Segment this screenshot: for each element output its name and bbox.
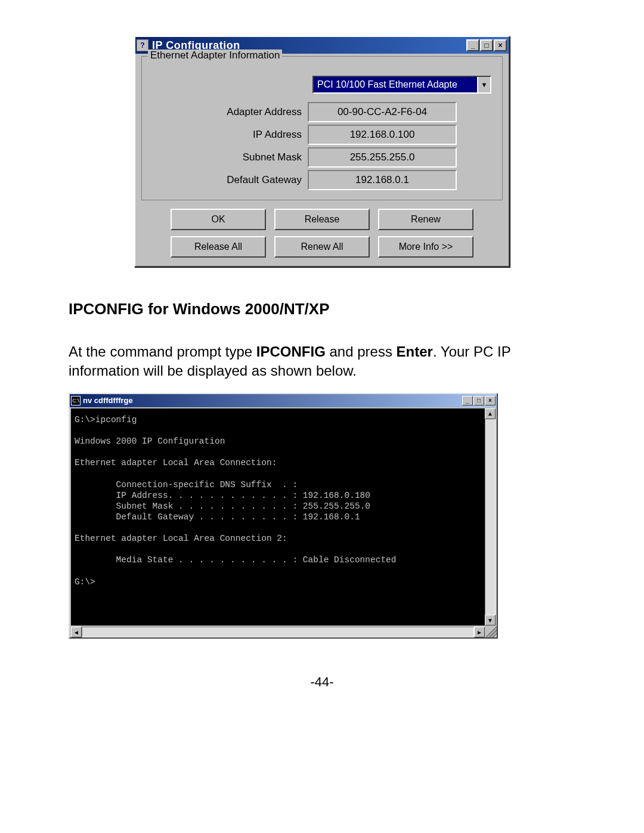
ip-address-label: IP Address (153, 129, 308, 141)
scroll-left-icon[interactable]: ◄ (71, 627, 82, 637)
cmd-title: nv cdffdfffrge (83, 396, 462, 405)
renew-all-button[interactable]: Renew All (274, 236, 370, 258)
maximize-button[interactable]: □ (480, 39, 493, 51)
adapter-address-value: 00-90-CC-A2-F6-04 (308, 102, 457, 122)
subnet-mask-value: 255.255.255.0 (308, 147, 457, 168)
para-frag-b: IPCONFIG (256, 343, 326, 360)
groupbox-legend: Ethernet Adapter Information (148, 49, 282, 61)
close-button[interactable]: × (494, 39, 507, 51)
ip-address-value: 192.168.0.100 (308, 125, 457, 145)
ethernet-adapter-groupbox: Ethernet Adapter Information PCI 10/100 … (141, 56, 503, 200)
default-gateway-label: Default Gateway (153, 174, 308, 186)
release-all-button[interactable]: Release All (171, 236, 266, 258)
renew-button[interactable]: Renew (378, 209, 473, 230)
hscroll-track[interactable] (82, 627, 474, 637)
minimize-button[interactable]: _ (466, 39, 479, 51)
adapter-address-label: Adapter Address (153, 106, 308, 118)
ip-configuration-window: ? IP Configuration _ □ × Ethernet Adapte… (134, 36, 510, 267)
section-heading: IPCONFIG for Windows 2000/NT/XP (69, 300, 575, 318)
cmd-minimize-button[interactable]: _ (462, 396, 473, 405)
command-prompt-window: C:\ nv cdffdfffrge _ □ × G:\>ipconfig Wi… (69, 393, 498, 639)
cmd-output[interactable]: G:\>ipconfig Windows 2000 IP Configurati… (71, 408, 485, 625)
chevron-down-icon[interactable]: ▼ (477, 77, 490, 92)
cmd-maximize-button[interactable]: □ (473, 396, 484, 405)
adapter-select-value: PCI 10/100 Fast Ethernet Adapte (314, 79, 477, 90)
release-button[interactable]: Release (274, 209, 370, 230)
default-gateway-value: 192.168.0.1 (308, 170, 457, 190)
subnet-mask-label: Subnet Mask (153, 151, 308, 163)
scroll-down-icon[interactable]: ▼ (485, 615, 496, 625)
page-number: -44- (69, 674, 575, 690)
more-info-button[interactable]: More Info >> (378, 236, 473, 258)
cmd-horizontal-scrollbar[interactable]: ◄ ► (71, 627, 485, 637)
para-frag-c: and press (326, 343, 397, 360)
cmd-titlebar[interactable]: C:\ nv cdffdfffrge _ □ × (70, 394, 497, 407)
adapter-select[interactable]: PCI 10/100 Fast Ethernet Adapte ▼ (312, 76, 491, 94)
body-paragraph: At the command prompt type IPCONFIG and … (69, 342, 575, 381)
ipconfig-app-icon: ? (137, 39, 148, 51)
para-frag-a: At the command prompt type (69, 343, 256, 360)
scroll-right-icon[interactable]: ► (474, 627, 485, 637)
cmd-vertical-scrollbar[interactable]: ▲ ▼ (485, 408, 496, 625)
ok-button[interactable]: OK (171, 209, 266, 230)
para-frag-d: Enter (397, 343, 433, 360)
scroll-up-icon[interactable]: ▲ (485, 408, 496, 419)
vscroll-track[interactable] (485, 419, 496, 615)
cmd-app-icon: C:\ (71, 396, 80, 405)
resize-grip-icon[interactable] (486, 627, 497, 637)
cmd-close-button[interactable]: × (485, 396, 496, 405)
